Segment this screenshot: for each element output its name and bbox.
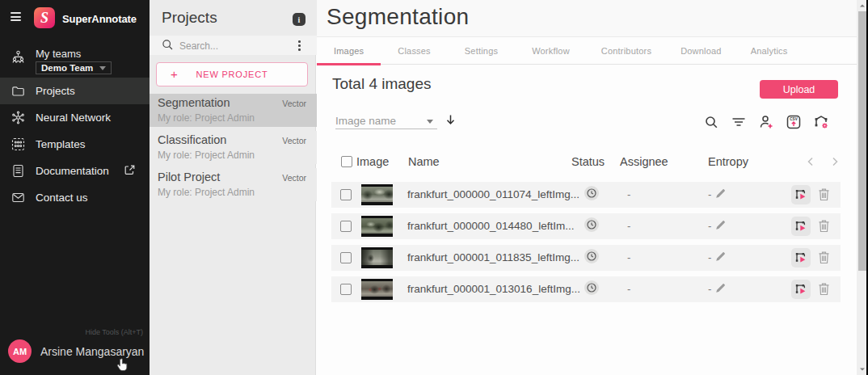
more-options-icon[interactable] <box>298 40 301 51</box>
edit-entropy-icon[interactable] <box>714 251 727 263</box>
tab-images[interactable]: Images <box>317 36 381 65</box>
sidebar-item-neural-network[interactable]: Neural Network <box>0 104 150 131</box>
project-name: Segmentation <box>158 96 230 109</box>
svg-text:CSV: CSV <box>790 117 798 121</box>
edit-entropy-icon[interactable] <box>714 219 727 231</box>
col-entropy: Entropy <box>708 155 748 168</box>
prev-page-icon[interactable] <box>805 156 816 167</box>
new-project-button[interactable]: + NEW PROJECT <box>156 62 308 86</box>
edit-entropy-icon[interactable] <box>714 188 727 200</box>
delete-icon[interactable] <box>818 188 830 201</box>
sidebar-item-documentation[interactable]: Documentation <box>0 158 150 184</box>
tab-label: Settings <box>465 46 498 56</box>
annotate-button[interactable] <box>791 217 811 236</box>
templates-icon <box>11 137 25 151</box>
sidebar-item-templates[interactable]: Templates <box>0 131 150 158</box>
image-thumbnail[interactable] <box>361 216 393 237</box>
tab-label: Images <box>334 46 364 56</box>
delete-icon[interactable] <box>818 219 830 233</box>
sidebar-item-label: Contact us <box>36 192 88 204</box>
scroll-up-icon[interactable] <box>859 2 866 9</box>
tab-download[interactable]: Download <box>666 36 736 65</box>
sort-select[interactable]: Image name <box>335 113 437 129</box>
scroll-down-icon[interactable] <box>859 366 866 373</box>
search-images-icon[interactable] <box>703 114 719 130</box>
team-selector-value: Demo Team <box>41 63 99 73</box>
project-type: Vector <box>282 99 306 108</box>
scrollbar-thumb[interactable] <box>858 11 866 271</box>
neural-network-icon <box>11 111 25 124</box>
sort-select-value: Image name <box>335 115 396 127</box>
table-row[interactable]: frankfurt_000001_013016_leftImg... - - <box>331 276 841 302</box>
project-role: My role: Project Admin <box>158 112 255 124</box>
tab-contributors[interactable]: Contributors <box>587 36 666 65</box>
row-checkbox[interactable] <box>340 284 352 295</box>
my-teams-icon <box>11 50 25 64</box>
tab-workflow[interactable]: Workflow <box>515 36 587 65</box>
image-table: frankfurt_000000_011074_leftImg... - - f… <box>331 182 841 308</box>
vector-settings-icon[interactable] <box>813 114 829 130</box>
row-checkbox[interactable] <box>340 221 352 232</box>
tab-label: Classes <box>398 46 431 56</box>
entropy-value: - <box>708 283 711 295</box>
projects-panel: Projects i Search... + NEW PROJECT Segme… <box>150 0 316 375</box>
main-area: Segmentation ImagesClassesSettingsWorkfl… <box>317 0 868 375</box>
tab-analytics[interactable]: Analytics <box>736 36 803 65</box>
total-images-label: Total 4 images <box>332 75 432 93</box>
table-row[interactable]: frankfurt_000000_014480_leftIm... - - <box>331 213 841 239</box>
add-contributor-icon[interactable] <box>758 114 774 130</box>
project-item-classification[interactable]: Classification Vector My role: Project A… <box>150 131 318 164</box>
sort-caret-icon <box>427 120 433 124</box>
project-type: Vector <box>282 173 306 183</box>
project-item-pilot-project[interactable]: Pilot Project Vector My role: Project Ad… <box>150 168 318 201</box>
status-pending-icon <box>584 280 599 295</box>
image-name: frankfurt_000000_011074_leftImg... <box>407 188 579 200</box>
project-name: Classification <box>158 133 226 146</box>
project-role: My role: Project Admin <box>158 150 255 161</box>
superannotate-logo-icon[interactable]: S <box>34 7 55 28</box>
delete-icon[interactable] <box>818 251 830 264</box>
col-status: Status <box>571 155 605 168</box>
next-page-icon[interactable] <box>829 156 841 167</box>
assignee-value: - <box>627 251 630 263</box>
menu-icon[interactable] <box>11 12 21 21</box>
edit-entropy-icon[interactable] <box>714 282 727 294</box>
tab-settings[interactable]: Settings <box>448 36 515 65</box>
avatar[interactable]: AM <box>8 339 32 363</box>
new-project-section: + NEW PROJECT <box>150 55 318 93</box>
row-checkbox[interactable] <box>340 189 352 200</box>
annotate-button[interactable] <box>791 280 811 299</box>
annotate-button[interactable] <box>791 185 811 204</box>
table-toolbar: CSV <box>703 114 829 130</box>
image-thumbnail[interactable] <box>361 184 393 205</box>
tab-label: Contributors <box>601 46 651 56</box>
info-icon[interactable]: i <box>293 13 305 26</box>
row-checkbox[interactable] <box>340 252 352 263</box>
entropy-value: - <box>708 251 711 263</box>
table-header: Image Name Status Assignee Entropy <box>317 154 852 171</box>
page-title: Segmentation <box>327 4 469 30</box>
tab-classes[interactable]: Classes <box>381 36 448 65</box>
external-link-icon <box>124 164 136 176</box>
team-selector[interactable]: Demo Team <box>36 61 112 74</box>
hide-tools-label: Hide Tools (Alt+T) <box>85 328 143 336</box>
sidebar-item-label: Templates <box>36 138 86 150</box>
filter-icon[interactable] <box>731 114 747 130</box>
sidebar-item-projects[interactable]: Projects <box>0 78 150 104</box>
upload-button[interactable]: Upload <box>760 80 838 99</box>
image-thumbnail[interactable] <box>361 279 393 300</box>
image-thumbnail[interactable] <box>361 247 393 268</box>
project-search[interactable]: Search... <box>150 36 318 55</box>
new-project-label: NEW PROJECT <box>196 70 268 79</box>
table-row[interactable]: frankfurt_000001_011835_leftImg... - - <box>331 245 841 271</box>
sort-direction-icon[interactable] <box>444 113 457 127</box>
table-row[interactable]: frankfurt_000000_011074_leftImg... - - <box>331 182 841 208</box>
project-item-segmentation[interactable]: Segmentation Vector My role: Project Adm… <box>150 94 318 127</box>
image-name: frankfurt_000001_011835_leftImg... <box>407 251 579 263</box>
csv-upload-icon[interactable]: CSV <box>786 114 802 130</box>
status-pending-icon <box>584 249 599 263</box>
select-all-checkbox[interactable] <box>341 156 352 167</box>
sidebar-item-contact-us[interactable]: Contact us <box>0 184 150 211</box>
delete-icon[interactable] <box>818 282 830 296</box>
annotate-button[interactable] <box>791 248 811 268</box>
